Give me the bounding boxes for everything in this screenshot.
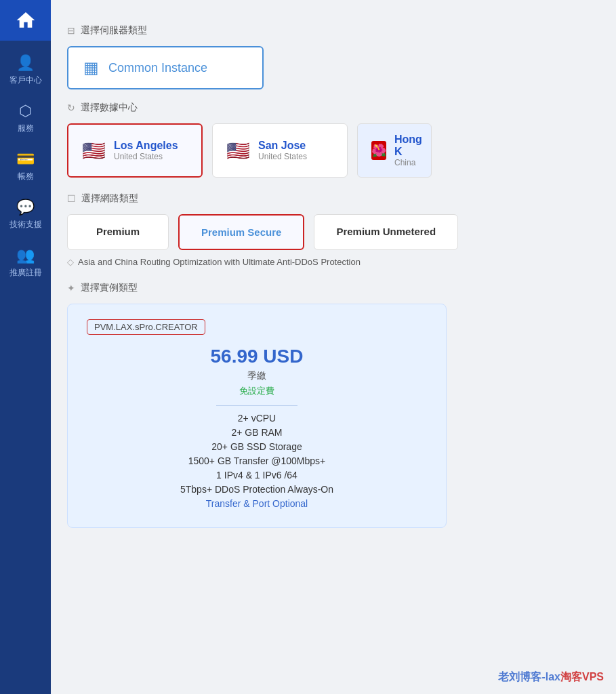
datacenter-hk[interactable]: 🌺 Hong K China [357, 123, 432, 178]
instance-divider [216, 405, 297, 406]
home-icon [15, 9, 37, 31]
services-icon: ⬡ [19, 102, 32, 120]
dc-city-sj: San Jose [258, 140, 307, 152]
home-button[interactable] [0, 0, 51, 41]
network-premium-secure[interactable]: Premium Secure [178, 214, 304, 250]
datacenter-sj[interactable]: 🇺🇸 San Jose United States [212, 123, 348, 178]
instance-card-header: PVM.LAX.sPro.CREATOR [87, 319, 427, 335]
sidebar-label-services: 服務 [18, 123, 34, 134]
dc-country-sj: United States [258, 152, 307, 161]
server-type-icon: ▦ [83, 58, 99, 77]
sidebar-item-customer-center[interactable]: 👤 客戶中心 [0, 46, 51, 94]
section1-header: ⊟ 選擇伺服器類型 [67, 24, 600, 37]
flag-hk: 🌺 [371, 141, 386, 160]
sidebar-item-referral[interactable]: 👥 推廣註冊 [0, 239, 51, 287]
section2-icon: ↻ [67, 102, 75, 113]
network-premium[interactable]: Premium [67, 214, 169, 250]
dc-city-la: Los Angeles [114, 140, 178, 152]
spec-transfer: 1500+ GB Transfer @100Mbps+ [87, 455, 427, 466]
main-content: ⊟ 選擇伺服器類型 ▦ Common Instance ↻ 選擇數據中心 🇺🇸 … [51, 0, 616, 694]
spec-ip: 1 IPv4 & 1 IPv6 /64 [87, 470, 427, 481]
sidebar-label-billing: 帳務 [18, 171, 34, 182]
section4-header: ✦ 選擇實例類型 [67, 282, 600, 294]
dc-country-hk: China [394, 158, 422, 167]
network-premium-unmetered[interactable]: Premium Unmetered [314, 214, 458, 250]
datacenter-row: 🇺🇸 Los Angeles United States 🇺🇸 San Jose… [67, 123, 600, 178]
dc-country-la: United States [114, 152, 178, 161]
customer-center-icon: 👤 [16, 54, 35, 72]
support-icon: 💬 [16, 199, 35, 216]
instance-period: 季繳 [87, 370, 427, 382]
dc-info-sj: San Jose United States [258, 140, 307, 161]
instance-price: 56.99 USD [87, 346, 427, 367]
sidebar-label-support: 技術支援 [9, 219, 42, 230]
spec-ddos: 5Tbps+ DDoS Protection Always-On [87, 484, 427, 495]
network-premium-secure-label: Premium Secure [201, 226, 281, 238]
dc-info-la: Los Angeles United States [114, 140, 178, 161]
sidebar-item-services[interactable]: ⬡ 服務 [0, 94, 51, 142]
sidebar: 👤 客戶中心 ⬡ 服務 💳 帳務 💬 技術支援 👥 推廣註冊 [0, 0, 51, 694]
flag-us-la: 🇺🇸 [82, 140, 106, 162]
spec-ram: 2+ GB RAM [87, 427, 427, 438]
section1-label: 選擇伺服器類型 [81, 24, 147, 37]
section3-label: 選擇網路類型 [81, 192, 138, 205]
sidebar-label-customer-center: 客戶中心 [9, 75, 42, 86]
section4-label: 選擇實例類型 [81, 282, 138, 294]
sidebar-label-referral: 推廣註冊 [9, 267, 42, 279]
network-row: Premium Premium Secure Premium Unmetered [67, 214, 600, 250]
network-hint-text: Asia and China Routing Optimization with… [78, 257, 361, 267]
network-hint: ◇ Asia and China Routing Optimization wi… [67, 257, 600, 267]
instance-card[interactable]: PVM.LAX.sPro.CREATOR 56.99 USD 季繳 免設定費 2… [67, 304, 447, 528]
section3-icon: ☐ [67, 193, 76, 204]
spec-storage: 20+ GB SSD Storage [87, 441, 427, 452]
server-type-card[interactable]: ▦ Common Instance [67, 46, 264, 89]
billing-icon: 💳 [16, 150, 35, 168]
instance-tag: PVM.LAX.sPro.CREATOR [87, 319, 205, 335]
dc-city-hk: Hong K [394, 134, 422, 158]
server-type-label: Common Instance [108, 61, 207, 75]
instance-free-setup: 免設定費 [87, 385, 427, 397]
diamond-icon: ◇ [67, 257, 74, 267]
sidebar-item-support[interactable]: 💬 技術支援 [0, 190, 51, 239]
sidebar-item-billing[interactable]: 💳 帳務 [0, 142, 51, 190]
network-premium-unmetered-label: Premium Unmetered [336, 226, 436, 237]
section2-label: 選擇數據中心 [81, 102, 138, 114]
datacenter-la[interactable]: 🇺🇸 Los Angeles United States [67, 123, 203, 178]
spec-vcpu: 2+ vCPU [87, 413, 427, 424]
spec-transfer-port: Transfer & Port Optional [87, 498, 427, 509]
section4-icon: ✦ [67, 283, 75, 293]
section2-header: ↻ 選擇數據中心 [67, 102, 600, 114]
section1-icon: ⊟ [67, 25, 75, 36]
dc-info-hk: Hong K China [394, 134, 422, 167]
section3-header: ☐ 選擇網路類型 [67, 192, 600, 205]
referral-icon: 👥 [16, 247, 35, 264]
flag-us-sj: 🇺🇸 [226, 140, 250, 162]
network-premium-label: Premium [96, 226, 140, 237]
